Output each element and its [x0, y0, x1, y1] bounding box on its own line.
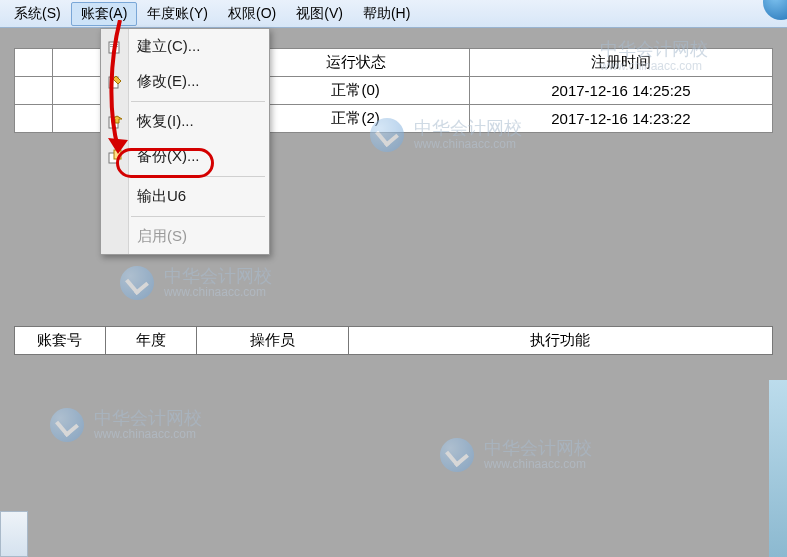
dropdown-separator — [131, 176, 265, 177]
restore-icon — [106, 113, 124, 131]
watermark-badge-icon — [440, 438, 474, 472]
row-blank — [15, 77, 53, 105]
accountset-dropdown: 建立(C)... 修改(E)... 恢复(I)... 备份(X)... 输出U6 — [100, 28, 270, 255]
watermark-url: www.chinaacc.com — [484, 458, 592, 471]
watermark: 中华会计网校 www.chinaacc.com — [440, 438, 592, 472]
col-function: 执行功能 — [348, 327, 773, 355]
dd-restore[interactable]: 恢复(I)... — [101, 104, 269, 139]
watermark-badge-icon — [120, 266, 154, 300]
col-operator: 操作员 — [196, 327, 348, 355]
dd-label: 恢复(I)... — [137, 112, 194, 129]
dd-create[interactable]: 建立(C)... — [101, 29, 269, 64]
right-strip — [769, 380, 787, 557]
edit-icon — [106, 73, 124, 91]
menubar: 系统(S) 账套(A) 年度账(Y) 权限(O) 视图(V) 帮助(H) — [0, 0, 787, 28]
watermark-text: 中华会计网校 — [164, 266, 272, 286]
menu-accountset[interactable]: 账套(A) — [71, 2, 138, 26]
menu-help[interactable]: 帮助(H) — [353, 2, 420, 26]
dropdown-separator — [131, 101, 265, 102]
dd-backup[interactable]: 备份(X)... — [101, 139, 269, 174]
menu-annualaccount[interactable]: 年度账(Y) — [137, 2, 218, 26]
lower-panel: 账套号 年度 操作员 执行功能 中华会计网校 www.chinaacc.com … — [0, 318, 787, 557]
svg-rect-2 — [110, 46, 118, 47]
col-year: 年度 — [105, 327, 196, 355]
watermark: 中华会计网校 www.chinaacc.com — [50, 408, 202, 442]
dropdown-separator — [131, 216, 265, 217]
col-regtime: 注册时间 — [469, 49, 772, 77]
cell-status: 正常(0) — [242, 77, 469, 105]
svg-rect-0 — [109, 42, 119, 53]
cell-time: 2017-12-16 14:23:22 — [469, 105, 772, 133]
dd-label: 输出U6 — [137, 187, 186, 204]
watermark-badge-icon — [50, 408, 84, 442]
watermark-url: www.chinaacc.com — [164, 286, 272, 299]
dd-label: 建立(C)... — [137, 37, 200, 54]
watermark-url: www.chinaacc.com — [94, 428, 202, 441]
watermark-text: 中华会计网校 — [484, 438, 592, 458]
svg-rect-1 — [110, 44, 118, 45]
col-blank1 — [15, 49, 53, 77]
thumbnail-strip — [0, 511, 28, 557]
backup-icon — [106, 148, 124, 166]
menu-view[interactable]: 视图(V) — [286, 2, 353, 26]
dd-label: 修改(E)... — [137, 72, 200, 89]
menu-system[interactable]: 系统(S) — [4, 2, 71, 26]
dd-export-u6[interactable]: 输出U6 — [101, 179, 269, 214]
dd-modify[interactable]: 修改(E)... — [101, 64, 269, 99]
col-accountno: 账套号 — [15, 327, 106, 355]
row-blank — [15, 105, 53, 133]
svg-rect-8 — [114, 150, 121, 159]
task-table: 账套号 年度 操作员 执行功能 — [14, 326, 773, 355]
dd-enable: 启用(S) — [101, 219, 269, 254]
new-icon — [106, 38, 124, 56]
watermark-text: 中华会计网校 — [94, 408, 202, 428]
watermark: 中华会计网校 www.chinaacc.com — [120, 266, 272, 300]
table-header-row: 账套号 年度 操作员 执行功能 — [15, 327, 773, 355]
cell-time: 2017-12-16 14:25:25 — [469, 77, 772, 105]
menu-permission[interactable]: 权限(O) — [218, 2, 286, 26]
dd-label: 启用(S) — [137, 227, 187, 244]
dd-label: 备份(X)... — [137, 147, 200, 164]
watermark-url: www.chinaacc.com — [414, 138, 522, 151]
col-status: 运行状态 — [242, 49, 469, 77]
cell-status: 正常(2) — [242, 105, 469, 133]
